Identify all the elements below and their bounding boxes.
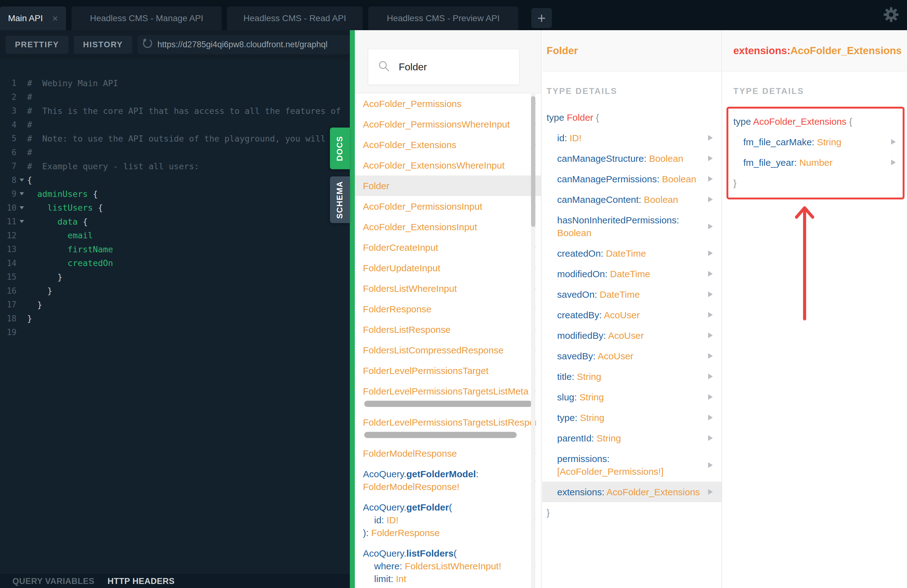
tab-label: Main API [8, 13, 43, 23]
docs-list-item[interactable]: AcoFolder_ExtensionsWhereInput [355, 155, 541, 176]
type-field-row[interactable]: hasNonInheritedPermissions:Boolean [542, 210, 721, 243]
type-field-row[interactable]: } [542, 502, 721, 522]
tab-main-api[interactable]: Main API× [0, 6, 66, 30]
annotation-arrow-up-icon [790, 202, 819, 325]
query-variables-tab[interactable]: QUERY VARIABLES [13, 577, 95, 586]
docs-list-item[interactable]: FolderCreateInput [355, 237, 541, 257]
horizontal-scrollbar[interactable] [364, 432, 517, 438]
schema-side-tab[interactable]: SCHEMA [330, 176, 350, 223]
extensions-type-panel: extensions: AcoFolder_Extensions TYPE DE… [723, 30, 907, 588]
type-field-row[interactable]: slug: String [542, 387, 721, 407]
highlight-annotation-box: type AcoFolder_Extensions {fm_file_carMa… [726, 107, 904, 200]
type-field-row[interactable]: type: String [542, 407, 721, 428]
line-number: 8 [0, 176, 16, 185]
type-field-row[interactable]: createdBy: AcoUser [542, 305, 721, 325]
docs-list-item[interactable]: AcoFolder_Extensions [355, 134, 541, 155]
docs-list-item[interactable]: FolderResponse [355, 299, 541, 319]
docs-list-item[interactable]: FolderModelResponse [355, 443, 541, 463]
extension-field-row[interactable]: type AcoFolder_Extensions { [728, 111, 903, 132]
tab-headless-cms-preview-api[interactable]: Headless CMS - Preview API [368, 6, 518, 30]
extension-field-row[interactable]: } [728, 173, 903, 193]
folder-panel-title: Folder [546, 45, 578, 57]
docs-list-item[interactable]: FolderLevelPermissionsTargetsListRespons… [355, 412, 541, 443]
history-button[interactable]: HISTORY [74, 36, 132, 54]
docs-scrollbar-thumb[interactable] [531, 96, 535, 227]
line-number: 5 [0, 134, 16, 143]
type-field-row[interactable]: savedOn: DateTime [542, 284, 721, 305]
reload-icon[interactable] [143, 38, 153, 51]
docs-list-item[interactable]: FoldersListCompressedResponse [355, 340, 541, 360]
code-line: 12 email [0, 228, 350, 243]
tab-headless-cms-read-api[interactable]: Headless CMS - Read API [227, 6, 363, 30]
type-field-row[interactable]: canManageStructure: Boolean [542, 148, 721, 169]
code-line: 6# [0, 145, 350, 160]
docs-search-box[interactable] [368, 49, 519, 85]
expand-arrow-icon [708, 312, 713, 318]
type-field-row[interactable]: modifiedOn: DateTime [542, 264, 721, 284]
line-number: 7 [0, 161, 16, 171]
code-line: 14 createdOn [0, 256, 350, 270]
type-field-row[interactable]: extensions: AcoFolder_Extensions [542, 482, 721, 502]
code-line: 5# Note: to use the API outside of the p… [0, 132, 350, 145]
docs-list-item[interactable]: FoldersListResponse [355, 319, 541, 340]
expand-arrow-icon [708, 197, 713, 202]
tab-headless-cms-manage-api[interactable]: Headless CMS - Manage API [72, 6, 222, 30]
line-number: 12 [0, 231, 16, 240]
expand-arrow-icon [708, 374, 713, 379]
expand-arrow-icon [708, 155, 713, 161]
type-field-row[interactable]: canManageContent: Boolean [542, 189, 721, 210]
editor-pane: PRETTIFY HISTORY https://d2785gi4qi6pw8.… [0, 30, 350, 588]
fold-arrow-icon[interactable] [19, 220, 24, 223]
line-number: 18 [0, 314, 16, 323]
docs-list-item[interactable]: AcoFolder_PermissionsWhereInput [355, 114, 541, 134]
horizontal-scrollbar[interactable] [364, 401, 532, 407]
type-field-row[interactable]: savedBy: AcoUser [542, 346, 721, 366]
type-field-row[interactable]: title: String [542, 366, 721, 387]
docs-list-item[interactable]: FoldersListWhereInput [355, 278, 541, 299]
expand-arrow-icon [708, 332, 713, 338]
docs-list-item[interactable]: FolderUpdateInput [355, 257, 541, 278]
line-number: 10 [0, 203, 16, 213]
type-field-row[interactable]: canManagePermissions: Boolean [542, 169, 721, 189]
docs-list-item[interactable]: AcoFolder_ExtensionsInput [355, 217, 541, 237]
type-field-row[interactable]: modifiedBy: AcoUser [542, 325, 721, 346]
expand-arrow-icon [708, 271, 713, 276]
code-line: 13 firstName [0, 242, 350, 256]
docs-list-item[interactable]: AcoFolder_Permissions [355, 93, 541, 114]
tab-label: Headless CMS - Manage API [90, 13, 203, 23]
type-field-row[interactable]: createdOn: DateTime [542, 243, 721, 264]
code-line: 18} [0, 312, 350, 326]
docs-list-item[interactable]: FolderLevelPermissionsTargetsListMeta [355, 381, 541, 412]
tab-label: Headless CMS - Read API [244, 13, 346, 23]
docs-search-section [355, 30, 541, 93]
prettify-button[interactable]: PRETTIFY [6, 36, 69, 54]
editor-footer: QUERY VARIABLES HTTP HEADERS [0, 574, 350, 588]
type-field-row[interactable]: type Folder { [542, 107, 721, 128]
type-field-row[interactable]: permissions:[AcoFolder_Permissions!] [542, 448, 721, 482]
docs-list-item[interactable]: FolderLevelPermissionsTarget [355, 360, 541, 381]
endpoint-url-bar[interactable]: https://d2785gi4qi6pw8.cloudfront.net/gr… [138, 35, 350, 54]
code-line: 2# [0, 90, 350, 104]
type-field-row[interactable]: id: ID! [542, 128, 721, 148]
docs-list-item[interactable]: AcoQuery.getFolderModel:FolderModelRespo… [355, 463, 541, 497]
type-field-row[interactable]: parentId: String [542, 428, 721, 448]
settings-gear-icon[interactable] [883, 7, 899, 22]
extension-field-row[interactable]: fm_file_year: Number [728, 152, 903, 173]
expand-arrow-icon [891, 160, 896, 165]
fold-arrow-icon[interactable] [19, 206, 24, 209]
folder-type-panel: Folder TYPE DETAILS type Folder {id: ID!… [542, 30, 722, 588]
docs-list-item[interactable]: Folder [355, 176, 541, 196]
docs-search-input[interactable] [399, 61, 517, 73]
docs-list-item[interactable]: AcoQuery.getFolder(id: ID!): FolderRespo… [355, 497, 541, 543]
close-tab-icon[interactable]: × [52, 13, 58, 23]
docs-list-item[interactable]: AcoQuery.listFolders(where: FoldersListW… [355, 543, 541, 588]
http-headers-tab[interactable]: HTTP HEADERS [108, 577, 175, 586]
query-editor[interactable]: 1# Webiny Main API2#3# This is the core … [0, 59, 350, 574]
docs-side-tab[interactable]: DOCS [330, 128, 350, 169]
add-tab-button[interactable]: + [531, 8, 552, 28]
extension-field-row[interactable]: fm_file_carMake: String [728, 132, 903, 152]
docs-list-item[interactable]: AcoFolder_PermissionsInput [355, 196, 541, 217]
line-number: 17 [0, 300, 16, 309]
fold-arrow-icon[interactable] [19, 179, 24, 182]
fold-arrow-icon[interactable] [19, 192, 24, 195]
